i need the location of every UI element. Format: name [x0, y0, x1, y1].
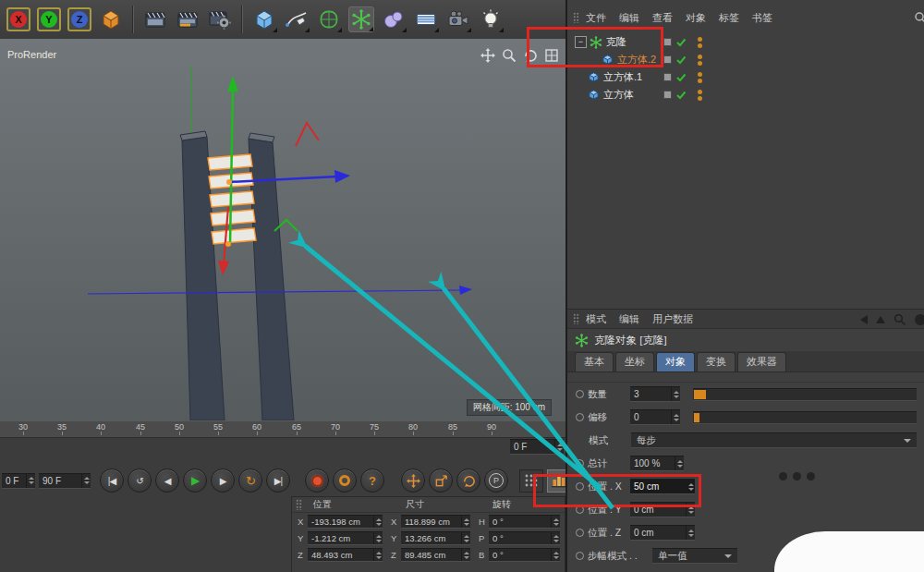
- object-toggles[interactable]: [663, 38, 687, 47]
- spinner[interactable]: [686, 503, 695, 517]
- search-icon[interactable]: [894, 313, 906, 326]
- add-cube-button[interactable]: [251, 6, 277, 32]
- key-parameter-toggle[interactable]: P: [484, 469, 508, 493]
- offset-slider[interactable]: [693, 411, 917, 424]
- menu-user-data[interactable]: 用户数据: [646, 312, 699, 326]
- next-frame-button[interactable]: ▶: [211, 469, 235, 493]
- goto-start-button[interactable]: |◀: [100, 469, 124, 493]
- keyframe-circle-icon[interactable]: [576, 459, 584, 468]
- object-name[interactable]: 立方体: [603, 88, 634, 102]
- spinner[interactable]: [675, 456, 684, 470]
- object-toggles[interactable]: [663, 73, 687, 82]
- object-row-cube2[interactable]: 立方体.2: [567, 51, 924, 68]
- position-x-field[interactable]: -193.198 cm: [308, 515, 383, 529]
- coordinate-system-button[interactable]: [98, 6, 124, 32]
- object-row-cloner[interactable]: − 克隆: [567, 33, 924, 51]
- expander-icon[interactable]: −: [575, 36, 587, 48]
- layer-square-icon[interactable]: [663, 38, 672, 46]
- keyframe-circle-icon[interactable]: [576, 390, 584, 398]
- menu-object[interactable]: 对象: [679, 11, 712, 25]
- position-y-step-field[interactable]: 0 cm: [630, 502, 695, 517]
- keyframe-selection-button[interactable]: ?: [360, 469, 384, 493]
- panel-grip-icon[interactable]: [573, 12, 579, 23]
- step-mode-dropdown[interactable]: 单一值: [652, 548, 737, 564]
- enabled-check-icon[interactable]: [676, 73, 687, 82]
- spinner[interactable]: [671, 387, 680, 401]
- layer-square-icon[interactable]: [663, 55, 672, 64]
- count-slider[interactable]: [693, 388, 917, 401]
- viewport-3d[interactable]: ProRender 网格间距: 100 cm: [0, 39, 565, 421]
- tab-object[interactable]: 对象: [656, 352, 695, 371]
- object-name[interactable]: 立方体.1: [603, 70, 642, 84]
- play-button[interactable]: ▶: [183, 469, 207, 493]
- position-z-step-field[interactable]: 0 cm: [630, 525, 695, 541]
- keyframe-circle-icon[interactable]: [576, 482, 584, 491]
- enabled-check-icon[interactable]: [676, 55, 687, 65]
- render-settings-button[interactable]: [207, 6, 233, 32]
- menu-edit[interactable]: 编辑: [613, 11, 646, 25]
- keyframe-palette-button[interactable]: [519, 469, 543, 493]
- camera-button[interactable]: [445, 6, 471, 32]
- object-row-cube[interactable]: 立方体: [567, 86, 924, 103]
- spinner[interactable]: [81, 474, 91, 488]
- end-frame-field[interactable]: 0 F: [510, 439, 564, 455]
- key-rotation-toggle[interactable]: [456, 469, 480, 493]
- mode-dropdown[interactable]: 每步: [631, 432, 917, 448]
- enabled-check-icon[interactable]: [676, 38, 687, 47]
- splitter-dots-icon[interactable]: [779, 472, 815, 481]
- spinner[interactable]: [373, 532, 383, 544]
- tab-effectors[interactable]: 效果器: [737, 352, 786, 371]
- spinner[interactable]: [551, 532, 560, 544]
- spinner[interactable]: [554, 440, 564, 454]
- spinner[interactable]: [461, 549, 470, 561]
- loop-button[interactable]: ↻: [238, 469, 262, 493]
- spinner[interactable]: [26, 474, 35, 488]
- light-button[interactable]: [478, 6, 504, 32]
- object-toggles[interactable]: [663, 91, 687, 100]
- spinner[interactable]: [551, 549, 560, 561]
- viewport-rotate-icon[interactable]: [523, 48, 538, 63]
- tab-basic[interactable]: 基本: [575, 352, 614, 371]
- menu-file[interactable]: 文件: [579, 11, 613, 25]
- keyframe-circle-icon[interactable]: [576, 552, 584, 560]
- position-x-step-field[interactable]: 50 cm: [630, 479, 695, 494]
- spinner[interactable]: [461, 516, 470, 528]
- lock-z-axis-button[interactable]: Z: [67, 7, 91, 31]
- spinner[interactable]: [686, 526, 695, 540]
- autokeying-button[interactable]: [333, 469, 357, 493]
- mograph-cloner-button[interactable]: [348, 6, 374, 32]
- key-position-toggle[interactable]: [401, 469, 425, 493]
- panel-grip-icon[interactable]: [573, 313, 579, 324]
- visibility-dots-icon[interactable]: [698, 37, 702, 48]
- size-z-field[interactable]: 89.485 cm: [401, 548, 470, 562]
- floor-button[interactable]: [413, 6, 439, 32]
- lock-y-axis-button[interactable]: Y: [37, 7, 61, 31]
- viewport-zoom-icon[interactable]: [502, 48, 517, 63]
- layer-square-icon[interactable]: [663, 91, 672, 99]
- viewport-pan-icon[interactable]: [480, 48, 495, 63]
- tab-coordinates[interactable]: 坐标: [615, 352, 654, 371]
- spinner[interactable]: [461, 532, 470, 544]
- spinner[interactable]: [373, 516, 383, 528]
- rotation-h-field[interactable]: 0 °: [489, 515, 560, 529]
- menu-bookmark[interactable]: 书签: [746, 11, 779, 25]
- menu-edit[interactable]: 编辑: [613, 312, 646, 326]
- layer-square-icon[interactable]: [663, 73, 672, 81]
- total-field[interactable]: 100 %: [630, 456, 684, 471]
- lock-icon[interactable]: [915, 314, 924, 325]
- timeline-ruler[interactable]: 30 35 40 45 50 55 60 65 70 75 80 85 90: [0, 420, 565, 438]
- tab-transform[interactable]: 变换: [697, 352, 736, 371]
- size-x-field[interactable]: 118.899 cm: [401, 515, 470, 529]
- record-keyframe-button[interactable]: [305, 469, 329, 493]
- spinner[interactable]: [671, 410, 680, 424]
- keyframe-circle-icon[interactable]: [576, 529, 584, 537]
- object-name[interactable]: 克隆: [606, 35, 626, 49]
- lock-x-axis-button[interactable]: X: [6, 7, 30, 31]
- metaball-button[interactable]: [381, 6, 407, 32]
- spinner[interactable]: [373, 549, 383, 561]
- visibility-dots-icon[interactable]: [698, 90, 702, 101]
- pen-spline-button[interactable]: [284, 6, 310, 32]
- goto-end-button[interactable]: ▶|: [266, 469, 290, 493]
- render-picture-viewer-button[interactable]: [175, 6, 201, 32]
- visibility-dots-icon[interactable]: [698, 55, 702, 66]
